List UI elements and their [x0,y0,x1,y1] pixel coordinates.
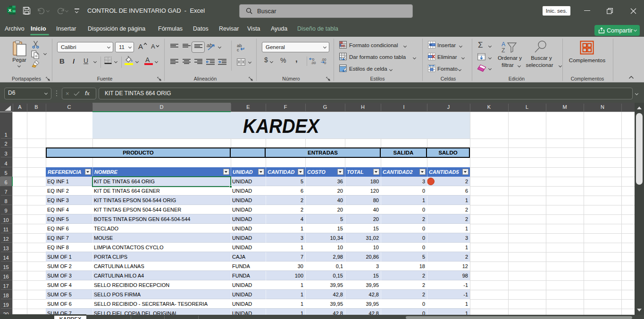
svg-text:0: 0 [324,61,326,65]
svg-text:A: A [502,41,505,48]
svg-text:.00: .00 [311,61,316,65]
svg-text:X: X [8,8,11,13]
svg-text:Z: Z [502,47,505,53]
svg-text:c: c [237,47,239,52]
